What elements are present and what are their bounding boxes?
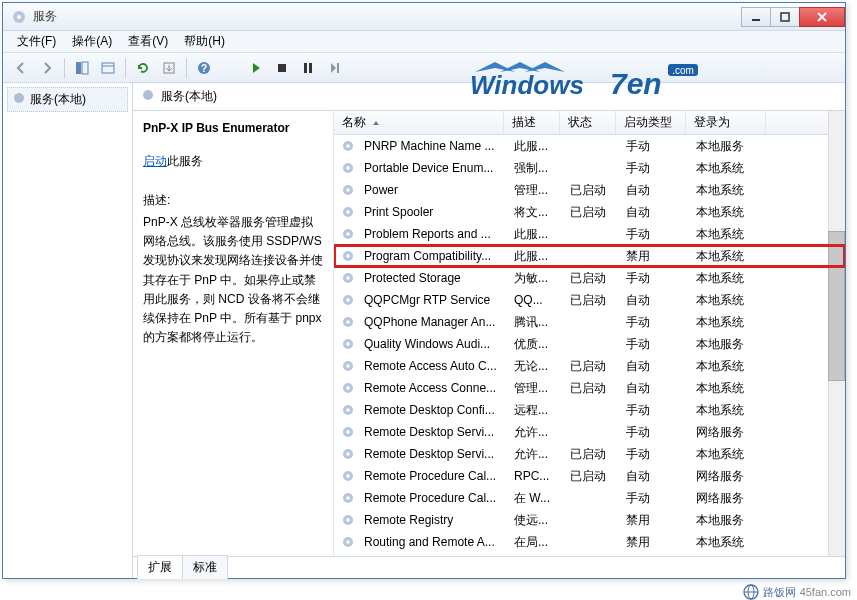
cell-name: Power <box>356 183 506 197</box>
description-text: PnP-X 总线枚举器服务管理虚拟网络总线。该服务使用 SSDP/WS 发现协议… <box>143 213 323 347</box>
col-name[interactable]: 名称 <box>334 111 504 134</box>
service-row[interactable]: Portable Device Enum...强制...手动本地系统 <box>334 157 845 179</box>
footer-site-url: 45fan.com <box>800 586 851 598</box>
service-row[interactable]: Routing and Remote A...在局...禁用本地系统 <box>334 531 845 553</box>
service-row[interactable]: Problem Reports and ...此服...手动本地系统 <box>334 223 845 245</box>
service-row[interactable]: Quality Windows Audi...优质...手动本地服务 <box>334 333 845 355</box>
cell-name: Protected Storage <box>356 271 506 285</box>
svg-point-40 <box>346 342 350 346</box>
service-gear-icon <box>340 270 356 286</box>
col-desc[interactable]: 描述 <box>504 111 560 134</box>
cell-start: 禁用 <box>618 512 688 529</box>
service-row[interactable]: Remote Access Auto C...无论...已启动自动本地系统 <box>334 355 845 377</box>
service-row[interactable]: Remote Registry使远...禁用本地服务 <box>334 509 845 531</box>
list-body[interactable]: PNRP Machine Name ...此服...手动本地服务Portable… <box>334 135 845 556</box>
cell-logon: 本地系统 <box>688 380 768 397</box>
toolbar-separator <box>186 58 187 78</box>
svg-point-54 <box>346 496 350 500</box>
service-row[interactable]: Remote Desktop Servi...允许...手动网络服务 <box>334 421 845 443</box>
cell-name: Remote Access Auto C... <box>356 359 506 373</box>
svg-point-48 <box>346 430 350 434</box>
cell-start: 自动 <box>618 468 688 485</box>
service-row[interactable]: Power管理...已启动自动本地系统 <box>334 179 845 201</box>
svg-point-22 <box>346 144 350 148</box>
vertical-scrollbar[interactable] <box>828 111 845 556</box>
cell-start: 手动 <box>618 424 688 441</box>
cell-name: Remote Registry <box>356 513 506 527</box>
close-button[interactable] <box>799 7 845 27</box>
cell-desc: 允许... <box>506 424 562 441</box>
service-row[interactable]: PNRP Machine Name ...此服...手动本地服务 <box>334 135 845 157</box>
gear-icon <box>141 88 155 105</box>
gear-icon <box>12 91 26 108</box>
cell-logon: 本地系统 <box>688 160 768 177</box>
cell-logon: 本地系统 <box>688 534 768 551</box>
cell-logon: 本地服务 <box>688 512 768 529</box>
service-row[interactable]: QQPhone Manager An...腾讯...手动本地系统 <box>334 311 845 333</box>
service-row[interactable]: QQPCMgr RTP ServiceQQ...已启动自动本地系统 <box>334 289 845 311</box>
service-row[interactable]: Remote Desktop Confi...远程...手动本地系统 <box>334 399 845 421</box>
cell-start: 手动 <box>618 446 688 463</box>
svg-point-63 <box>744 585 758 599</box>
service-row[interactable]: Protected Storage为敏...已启动手动本地系统 <box>334 267 845 289</box>
pause-service-button[interactable] <box>296 56 320 80</box>
service-gear-icon <box>340 226 356 242</box>
content-header-label: 服务(本地) <box>161 88 217 105</box>
start-service-button[interactable] <box>244 56 268 80</box>
maximize-button[interactable] <box>770 7 800 27</box>
service-row[interactable]: Print Spooler将文...已启动自动本地系统 <box>334 201 845 223</box>
svg-point-1 <box>17 15 21 19</box>
service-row[interactable]: Remote Desktop Servi...允许...已启动手动本地系统 <box>334 443 845 465</box>
cell-status: 已启动 <box>562 292 618 309</box>
cell-desc: QQ... <box>506 293 562 307</box>
show-hide-tree-button[interactable] <box>70 56 94 80</box>
menu-file[interactable]: 文件(F) <box>9 30 64 53</box>
restart-service-button[interactable] <box>322 56 346 80</box>
cell-name: Quality Windows Audi... <box>356 337 506 351</box>
stop-service-button[interactable] <box>270 56 294 80</box>
cell-name: QQPCMgr RTP Service <box>356 293 506 307</box>
tab-extended[interactable]: 扩展 <box>137 555 183 579</box>
cell-start: 手动 <box>618 336 688 353</box>
svg-rect-13 <box>278 64 286 72</box>
cell-desc: 优质... <box>506 336 562 353</box>
service-row[interactable]: Remote Procedure Cal...在 W...手动网络服务 <box>334 487 845 509</box>
properties-button[interactable] <box>96 56 120 80</box>
cell-start: 自动 <box>618 292 688 309</box>
col-status[interactable]: 状态 <box>560 111 616 134</box>
cell-name: Portable Device Enum... <box>356 161 506 175</box>
view-tabs: 扩展 标准 <box>133 556 845 578</box>
help-button[interactable]: ? <box>192 56 216 80</box>
service-gear-icon <box>340 292 356 308</box>
col-logon[interactable]: 登录为 <box>686 111 766 134</box>
tree-root-services[interactable]: 服务(本地) <box>7 87 128 112</box>
cell-desc: 将文... <box>506 204 562 221</box>
service-row[interactable]: Remote Procedure Cal...RPC...已启动自动网络服务 <box>334 465 845 487</box>
forward-button[interactable] <box>35 56 59 80</box>
back-button[interactable] <box>9 56 33 80</box>
service-gear-icon <box>340 358 356 374</box>
services-window: 服务 文件(F) 操作(A) 查看(V) 帮助(H) ? <box>2 2 846 579</box>
menu-action[interactable]: 操作(A) <box>64 30 120 53</box>
service-gear-icon <box>340 182 356 198</box>
refresh-button[interactable] <box>131 56 155 80</box>
cell-start: 自动 <box>618 204 688 221</box>
cell-name: Remote Procedure Cal... <box>356 469 506 483</box>
content-pane: 服务(本地) PnP-X IP Bus Enumerator 启动此服务 描述:… <box>133 83 845 578</box>
col-start[interactable]: 启动类型 <box>616 111 686 134</box>
export-button[interactable] <box>157 56 181 80</box>
cell-desc: 腾讯... <box>506 314 562 331</box>
cell-logon: 本地系统 <box>688 270 768 287</box>
cell-logon: 本地系统 <box>688 402 768 419</box>
service-row[interactable]: Remote Access Conne...管理...已启动自动本地系统 <box>334 377 845 399</box>
start-service-link[interactable]: 启动 <box>143 154 167 168</box>
menu-view[interactable]: 查看(V) <box>120 30 176 53</box>
svg-point-34 <box>346 276 350 280</box>
service-row[interactable]: Program Compatibility...此服...禁用本地系统 <box>334 245 845 267</box>
cell-status: 已启动 <box>562 380 618 397</box>
svg-point-42 <box>346 364 350 368</box>
titlebar[interactable]: 服务 <box>3 3 845 31</box>
tab-standard[interactable]: 标准 <box>182 555 228 579</box>
menu-help[interactable]: 帮助(H) <box>176 30 233 53</box>
minimize-button[interactable] <box>741 7 771 27</box>
